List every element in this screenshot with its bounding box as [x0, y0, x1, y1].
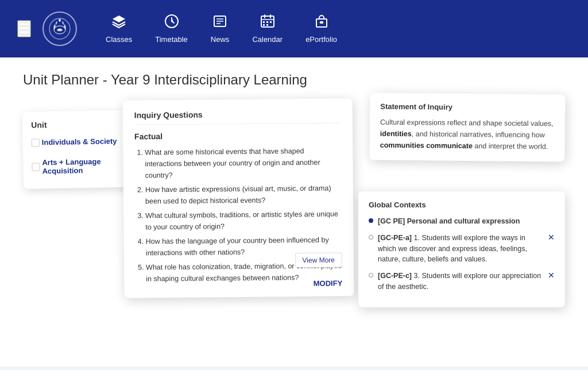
news-icon [212, 14, 227, 32]
unit-subject-2: Arts + Language Acquisition [32, 156, 138, 175]
list-item: How have artistic expressions (visual ar… [145, 182, 342, 207]
nav-items-group: Classes Timetable News [106, 14, 337, 44]
unit-subject-1: Individuals & Society [32, 136, 138, 147]
hamburger-menu-button[interactable]: ☰ [17, 20, 31, 37]
factual-label: Factual [134, 130, 341, 141]
nav-item-eportfolio[interactable]: ePortfolio [305, 14, 337, 44]
page-title: Unit Planner - Year 9 Interdisciplinary … [23, 72, 565, 88]
bullet-filled-icon [369, 218, 373, 223]
global-card-title: Global Contexts [369, 201, 555, 209]
list-item: What cultural symbols, traditions, or ar… [145, 208, 342, 233]
nav-item-classes[interactable]: Classes [106, 14, 132, 44]
bullet-open-icon-2 [369, 273, 373, 278]
inquiry-card-title: Inquiry Questions [134, 109, 341, 125]
close-sub-item-2-button[interactable]: ✕ [548, 271, 555, 280]
inquiry-card: Inquiry Questions Factual What are some … [123, 98, 354, 298]
global-main-item: [GC PE] Personal and cultural expression [369, 216, 555, 227]
statement-card-title: Statement of Inquiry [380, 102, 555, 113]
global-sub-text-1: [GC-PE-a] 1. Students will explore the w… [378, 233, 543, 265]
global-contexts-card: Global Contexts [GC PE] Personal and cul… [358, 191, 565, 307]
nav-item-calendar[interactable]: Calendar [252, 14, 283, 44]
svg-rect-15 [263, 24, 265, 26]
global-main-text: [GC PE] Personal and cultural expression [378, 216, 555, 227]
svg-rect-13 [266, 21, 268, 23]
bullet-open-icon [369, 235, 373, 240]
cards-area: Unit Individuals & Society Arts + Langua… [23, 99, 565, 358]
close-sub-item-1-button[interactable]: ✕ [548, 233, 555, 242]
modify-button[interactable]: MODIFY [314, 279, 343, 287]
svg-rect-14 [270, 21, 272, 23]
logo [42, 11, 77, 46]
timetable-icon [164, 14, 179, 32]
svg-rect-18 [320, 21, 323, 24]
list-item: What are some historical events that hav… [145, 145, 342, 181]
calendar-label: Calendar [252, 35, 283, 44]
nav-item-timetable[interactable]: Timetable [155, 14, 188, 44]
calendar-icon [260, 14, 275, 32]
svg-rect-16 [266, 24, 268, 26]
unit-card-title: Unit [31, 118, 137, 129]
statement-text: Cultural expressions reflect and shape s… [380, 117, 555, 153]
svg-rect-12 [263, 21, 265, 23]
navigation-bar: ☰ [0, 0, 588, 57]
global-sub-item-1: [GC-PE-a] 1. Students will explore the w… [369, 233, 555, 265]
eportfolio-label: ePortfolio [305, 35, 337, 44]
school-logo [42, 11, 77, 46]
view-more-button[interactable]: View More [295, 252, 342, 268]
main-content: Unit Planner - Year 9 Interdisciplinary … [0, 57, 588, 367]
global-sub-item-2: [GC-PE-c] 3. Students will explore our a… [369, 271, 555, 292]
classes-icon [111, 14, 126, 32]
statement-of-inquiry-card: Statement of Inquiry Cultural expression… [369, 93, 565, 162]
timetable-label: Timetable [155, 35, 188, 44]
global-sub-text-2: [GC-PE-c] 3. Students will explore our a… [378, 271, 543, 292]
nav-item-news[interactable]: News [211, 14, 230, 44]
news-label: News [211, 35, 230, 44]
classes-label: Classes [106, 35, 132, 44]
svg-point-2 [59, 19, 61, 21]
eportfolio-icon [314, 14, 329, 32]
